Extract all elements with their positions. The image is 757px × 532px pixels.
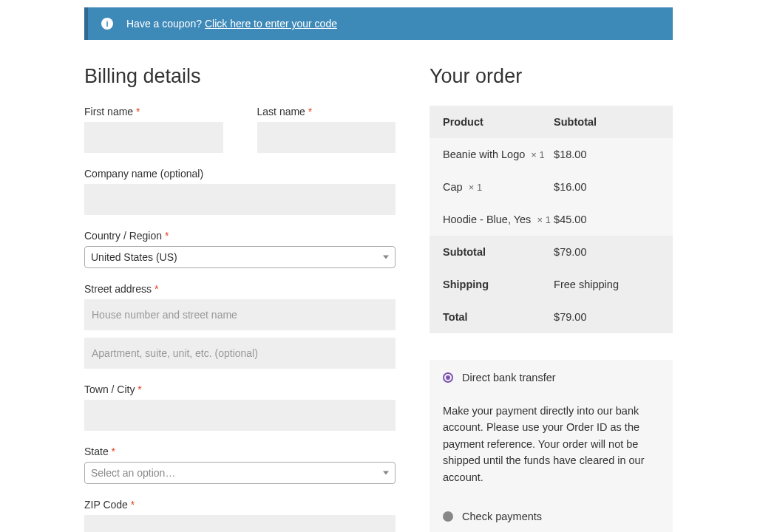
payment-check-label: Check payments xyxy=(462,511,542,522)
coupon-link[interactable]: Click here to enter your code xyxy=(205,18,337,30)
table-row: Beanie with Logo × 1 $18.00 xyxy=(430,138,673,171)
subtotal-value: $79.00 xyxy=(554,246,659,258)
state-placeholder: Select an option… xyxy=(91,467,175,479)
country-select[interactable]: United States (US) xyxy=(84,246,396,268)
street-label: Street address * xyxy=(84,283,396,295)
total-value: $79.00 xyxy=(554,311,659,323)
country-value: United States (US) xyxy=(91,251,177,263)
state-select[interactable]: Select an option… xyxy=(84,462,396,484)
table-row: Cap × 1 $16.00 xyxy=(430,171,673,203)
zip-label: ZIP Code * xyxy=(84,499,396,511)
last-name-input[interactable] xyxy=(257,122,396,153)
city-label: Town / City * xyxy=(84,383,396,395)
payment-option-check[interactable]: Check payments xyxy=(430,499,673,532)
shipping-value: Free shipping xyxy=(554,279,659,290)
first-name-label: First name * xyxy=(84,106,223,117)
coupon-notice-text: Have a coupon? xyxy=(126,18,202,30)
zip-input[interactable] xyxy=(84,515,396,532)
radio-icon xyxy=(443,511,453,522)
total-label: Total xyxy=(443,311,554,323)
payment-bank-label: Direct bank transfer xyxy=(462,372,556,383)
payment-bank-desc: Make your payment directly into our bank… xyxy=(430,395,673,499)
street-input-1[interactable] xyxy=(84,299,396,330)
order-th-product: Product xyxy=(443,116,554,128)
shipping-label: Shipping xyxy=(443,279,554,290)
coupon-notice: i Have a coupon? Click here to enter you… xyxy=(84,7,673,40)
payment-methods: Direct bank transfer Make your payment d… xyxy=(430,360,673,532)
radio-icon xyxy=(443,372,453,383)
order-th-subtotal: Subtotal xyxy=(554,116,659,128)
state-label: State * xyxy=(84,446,396,457)
subtotal-label: Subtotal xyxy=(443,246,554,258)
order-heading: Your order xyxy=(430,65,673,88)
last-name-label: Last name * xyxy=(257,106,396,117)
company-label: Company name (optional) xyxy=(84,168,396,180)
street-input-2[interactable] xyxy=(84,338,396,369)
info-icon: i xyxy=(101,18,113,30)
order-table: Product Subtotal Beanie with Logo × 1 $1… xyxy=(430,106,673,333)
city-input[interactable] xyxy=(84,400,396,431)
first-name-input[interactable] xyxy=(84,122,223,153)
payment-option-bank[interactable]: Direct bank transfer xyxy=(430,360,673,395)
country-label: Country / Region * xyxy=(84,230,396,242)
table-row: Hoodie - Blue, Yes × 1 $45.00 xyxy=(430,203,673,236)
company-input[interactable] xyxy=(84,184,396,215)
billing-heading: Billing details xyxy=(84,65,396,88)
